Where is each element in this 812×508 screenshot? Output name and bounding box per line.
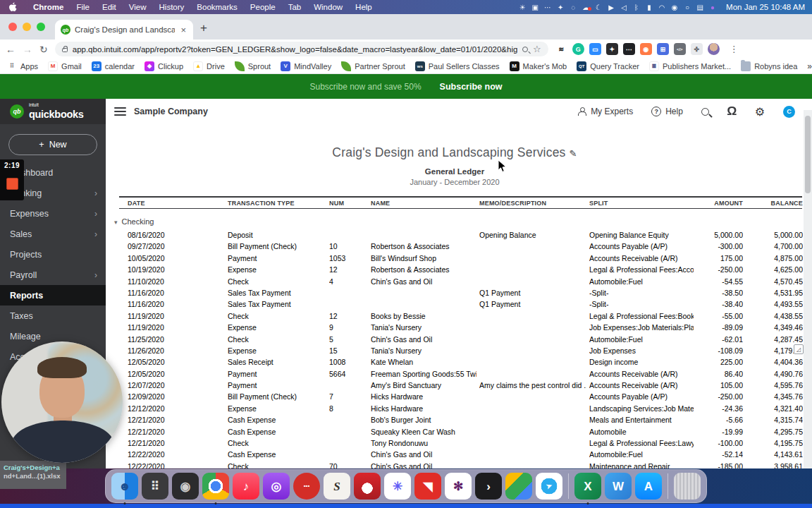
blue-grid-icon[interactable]: ⊞: [657, 43, 669, 55]
account-group-row[interactable]: ▾Checking: [114, 217, 154, 226]
sidebar-item-projects[interactable]: Projects: [0, 244, 106, 265]
table-row[interactable]: 11/10/2020Check4Chin's Gas and OilAutomo…: [119, 277, 802, 288]
subscribe-now-button[interactable]: Subscribe now: [440, 82, 503, 92]
table-row[interactable]: 11/19/2020Expense9Tania's NurseryJob Exp…: [119, 322, 802, 334]
bluetooth-icon[interactable]: ᛒ: [630, 4, 643, 11]
table-row[interactable]: 10/05/2020Payment1053Bill's Windsurf Sho…: [119, 253, 802, 265]
puzzle-icon[interactable]: ✜: [691, 43, 703, 55]
bookmark-makers-mob[interactable]: MMaker's Mob: [510, 61, 567, 71]
menubar-menu-view[interactable]: View: [123, 3, 153, 11]
dock-app-app-store[interactable]: A: [635, 473, 662, 500]
bookmark-publishers[interactable]: ≣Publishers Market...: [649, 61, 731, 71]
user-avatar[interactable]: C: [783, 106, 795, 118]
bookmark-sprout-leaf[interactable]: Sprout: [235, 61, 271, 71]
bookmark-partner-sprout[interactable]: Partner Sprout: [341, 61, 405, 71]
dock-app-google-ads[interactable]: [505, 473, 532, 500]
dock-app-trash[interactable]: [674, 473, 701, 500]
do-not-disturb-icon[interactable]: ☾: [592, 4, 605, 11]
table-row[interactable]: 12/05/2020Sales Receipt1008Kate WhelanDe…: [119, 357, 802, 368]
table-row[interactable]: 12/22/2020Cash ExpenseChin's Gas and Oil…: [119, 449, 802, 461]
bookmark-star-icon[interactable]: ☆: [533, 44, 541, 54]
reload-button[interactable]: ↻: [39, 44, 48, 55]
orange-app-icon[interactable]: ◉: [640, 43, 652, 55]
dock-app-chrome[interactable]: [202, 473, 229, 500]
company-name[interactable]: Sample Company: [134, 107, 208, 116]
menubar-menu-bookmarks[interactable]: Bookmarks: [190, 3, 244, 11]
menubar-menu-window[interactable]: Window: [307, 3, 349, 11]
browser-menu-icon[interactable]: ⋮: [727, 44, 742, 54]
camera-app-icon[interactable]: ▣: [529, 4, 541, 11]
table-row[interactable]: 11/19/2020Check12Books by BessieLegal & …: [119, 311, 802, 322]
table-row[interactable]: 09/27/2020Bill Payment (Check)10Robertso…: [119, 241, 802, 253]
stack-icon[interactable]: ≋: [555, 43, 567, 55]
collapse-caret-icon[interactable]: ▾: [114, 219, 118, 226]
dock-app-bear[interactable]: [354, 473, 381, 500]
url-text[interactable]: app.qbo.intuit.com/app/reportv2?token=GE…: [73, 45, 517, 54]
sidebar-item-expenses[interactable]: Expenses›: [0, 203, 106, 224]
bookmark-gmail[interactable]: MGmail: [48, 61, 82, 71]
forward-button[interactable]: →: [23, 44, 32, 55]
battery-icon[interactable]: ▮: [643, 4, 656, 11]
bookmark-folder[interactable]: Robyns idea: [741, 61, 797, 71]
fast-user-switch-icon[interactable]: ◉: [668, 4, 681, 11]
dock-app-scrivener[interactable]: S: [324, 473, 350, 500]
table-row[interactable]: 12/09/2020Bill Payment (Check)7Hicks Har…: [119, 392, 802, 403]
hamburger-menu-icon[interactable]: [114, 107, 126, 116]
dock-app-lastpass[interactable]: •••: [293, 473, 320, 500]
tab-close-icon[interactable]: ×: [179, 25, 187, 35]
sidebar-item-sales[interactable]: Sales›: [0, 224, 106, 244]
window-dots-icon[interactable]: ⋯: [541, 4, 554, 11]
table-row[interactable]: 12/21/2020Cash ExpenseBob's Burger Joint…: [119, 415, 802, 426]
zoom-window-button[interactable]: [37, 23, 45, 31]
brightness-icon[interactable]: ☀: [516, 4, 529, 11]
table-row[interactable]: 11/16/2020Sales Tax PaymentQ1 Payment-Sp…: [119, 288, 802, 299]
menubar-menu-chrome[interactable]: Chrome: [27, 3, 70, 11]
new-button[interactable]: + New: [8, 134, 97, 155]
airplay-icon[interactable]: ◌: [567, 4, 579, 11]
dock-app-screenflow[interactable]: ›: [475, 473, 502, 500]
menubar-menu-help[interactable]: Help: [349, 3, 379, 11]
volume-icon[interactable]: ◁: [617, 4, 630, 11]
sidebar-item-taxes[interactable]: Taxes: [0, 306, 106, 326]
cloud-record-icon[interactable]: ☁: [579, 4, 592, 11]
apple-menu-icon[interactable]: [8, 2, 17, 12]
bookmark-query-tracker[interactable]: QTQuery Tracker: [577, 61, 639, 71]
my-experts-button[interactable]: My Experts: [578, 107, 633, 116]
dropbox-icon[interactable]: ✦: [554, 4, 567, 11]
bookmark-paul-sellers[interactable]: wsPaul Sellers Classes: [415, 61, 500, 71]
table-row[interactable]: 11/26/2020Expense15Tania's NurseryJob Ex…: [119, 346, 802, 357]
stop-recording-button[interactable]: [6, 178, 18, 190]
new-tab-button[interactable]: +: [200, 21, 207, 35]
profile-avatar-icon[interactable]: [708, 43, 720, 55]
quickbooks-logo[interactable]: qb intuit quickbooks: [0, 99, 106, 124]
table-row[interactable]: 12/21/2020CheckTony RondonuwuLegal & Pro…: [119, 438, 802, 449]
table-row[interactable]: 11/25/2020Check5Chin's Gas and OilAutomo…: [119, 334, 802, 346]
code-app-icon[interactable]: </>: [674, 43, 686, 55]
dock-app-slack[interactable]: ✻: [445, 473, 472, 500]
play-circle-icon[interactable]: ▶: [605, 4, 617, 11]
settings-gear-icon[interactable]: ⚙: [755, 105, 765, 119]
scroll-corner-widget[interactable]: ◿: [794, 344, 804, 354]
sidebar-item-reports[interactable]: Reports: [0, 285, 106, 306]
dark-app-icon[interactable]: ✦: [606, 43, 618, 55]
notifications-bell-icon[interactable]: Ω: [727, 105, 737, 118]
dock-app-telegram[interactable]: ➤: [536, 473, 562, 500]
dock-app-podcasts[interactable]: ◎: [263, 473, 290, 500]
dock-app-loom[interactable]: ✳: [384, 473, 411, 500]
dock-app-aperture-app[interactable]: ◉: [172, 473, 199, 500]
menubar-clock[interactable]: Mon Jan 25 10:48 AM: [726, 3, 805, 11]
dock-app-excel[interactable]: X: [574, 473, 601, 500]
menubar-menu-tab[interactable]: Tab: [282, 3, 308, 11]
bookmark-apps-grid[interactable]: ⠿Apps: [7, 61, 38, 71]
help-button[interactable]: Help: [651, 107, 683, 116]
zoom-icon[interactable]: ▭: [589, 43, 601, 55]
close-window-button[interactable]: [8, 23, 17, 31]
dock-app-finder[interactable]: ☻: [111, 473, 138, 500]
edit-title-pencil-icon[interactable]: ✎: [570, 148, 577, 159]
bookmark-drive[interactable]: ▲Drive: [193, 61, 225, 71]
spotlight-icon[interactable]: ○: [681, 4, 694, 11]
bookmarks-overflow-chevron[interactable]: »: [807, 61, 812, 71]
dock-app-music[interactable]: ♪: [233, 473, 259, 500]
minimize-window-button[interactable]: [23, 23, 31, 31]
grammarly-icon[interactable]: G: [572, 43, 584, 55]
